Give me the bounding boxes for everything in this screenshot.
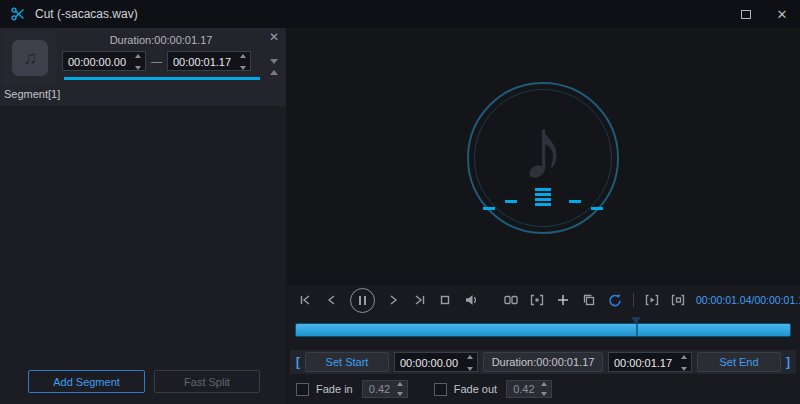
- fade-out-label: Fade out: [454, 383, 497, 395]
- step-back-icon[interactable]: [324, 292, 340, 308]
- playhead-marker[interactable]: [631, 317, 641, 324]
- volume-icon[interactable]: [463, 292, 479, 308]
- fast-split-button[interactable]: Fast Split: [154, 370, 260, 393]
- transport-controls: 00:00:01.04/00:00:01.17: [286, 285, 800, 315]
- spinner: [679, 355, 689, 371]
- segment-move-down-button[interactable]: [270, 64, 278, 82]
- spin-down-icon[interactable]: [397, 392, 403, 396]
- trim-controls: [ Set Start Duration:00:00:01.17 Set End…: [290, 350, 796, 374]
- segment-card: ♫ Duration:00:00:01.17 — Segment[1]: [0, 28, 286, 106]
- fade-controls: Fade in Fade out: [296, 380, 552, 398]
- spin-up-icon[interactable]: [681, 355, 687, 359]
- pause-button[interactable]: [350, 288, 375, 313]
- close-button[interactable]: ✕: [764, 0, 800, 28]
- music-note-icon: ♫: [12, 40, 48, 76]
- close-icon: ✕: [777, 7, 788, 22]
- spin-up-icon[interactable]: [240, 54, 246, 58]
- maximize-icon: [741, 10, 751, 19]
- spinner: [465, 355, 475, 371]
- start-bracket: [: [296, 355, 300, 369]
- end-bracket: ]: [786, 355, 790, 369]
- spin-up-icon[interactable]: [541, 382, 547, 386]
- playback-time: 00:00:01.04/00:00:01.17: [696, 294, 800, 306]
- spin-down-icon[interactable]: [541, 392, 547, 396]
- range-dash: —: [151, 55, 162, 67]
- set-end-button[interactable]: Set End: [697, 352, 781, 372]
- set-start-button[interactable]: Set Start: [305, 352, 389, 372]
- fade-out-checkbox[interactable]: [434, 383, 447, 396]
- fade-in-value-wrap: [362, 380, 408, 398]
- spin-up-icon[interactable]: [467, 355, 473, 359]
- frame-preview-icon[interactable]: [670, 292, 686, 308]
- segment-thumbnail[interactable]: ♫: [3, 31, 57, 85]
- trim-duration-label: Duration:00:00:01.17: [483, 352, 603, 372]
- stop-icon[interactable]: [437, 292, 453, 308]
- window-title: Cut (-sacacas.wav): [35, 7, 138, 21]
- playhead-line: [636, 324, 638, 336]
- segment-time-range: —: [62, 51, 264, 71]
- timeline-slider[interactable]: [295, 323, 791, 337]
- segment-panel: ♫ Duration:00:00:01.17 — Segment[1]: [0, 28, 286, 404]
- add-segment-button[interactable]: Add Segment: [28, 370, 145, 393]
- fade-in-checkbox[interactable]: [296, 383, 309, 396]
- pause-icon: [359, 296, 361, 305]
- spin-up-icon[interactable]: [135, 54, 141, 58]
- spin-down-icon[interactable]: [681, 367, 687, 371]
- segment-duration-label: Duration:00:00:01.17: [62, 34, 260, 46]
- segment-close-icon[interactable]: ✕: [269, 30, 279, 44]
- spin-down-icon[interactable]: [467, 367, 473, 371]
- reset-icon[interactable]: [607, 292, 623, 308]
- segment-end-input-wrap: [167, 51, 251, 71]
- chevron-down-icon: [270, 59, 278, 81]
- skip-to-start-icon[interactable]: [298, 292, 314, 308]
- segment-start-input-wrap: [62, 51, 146, 71]
- spin-down-icon[interactable]: [240, 66, 246, 70]
- select-scene-icon[interactable]: [529, 292, 545, 308]
- segment-label: Segment[1]: [4, 88, 60, 100]
- split-segments-icon[interactable]: [503, 292, 519, 308]
- spin-up-icon[interactable]: [397, 382, 403, 386]
- spin-down-icon[interactable]: [135, 66, 141, 70]
- spinner: [539, 382, 549, 396]
- toolbar-divider: [633, 293, 634, 307]
- music-note-icon: ♪: [521, 105, 565, 193]
- segment-progress-bar: [64, 77, 260, 80]
- spinner: [133, 54, 143, 70]
- scissors-icon: [10, 6, 26, 22]
- spinner: [395, 382, 405, 396]
- title-bar: Cut (-sacacas.wav) ✕: [0, 0, 800, 28]
- maximize-button[interactable]: [728, 0, 764, 28]
- fade-in-label: Fade in: [316, 383, 353, 395]
- fade-out-value-wrap: [506, 380, 552, 398]
- spinner: [238, 54, 248, 70]
- step-forward-icon[interactable]: [385, 292, 401, 308]
- preview-area: ♪: [286, 28, 800, 285]
- trim-start-input-wrap: [394, 352, 478, 372]
- copy-segment-icon[interactable]: [581, 292, 597, 308]
- play-segment-icon[interactable]: [644, 292, 660, 308]
- add-icon[interactable]: [555, 292, 571, 308]
- pause-icon: [364, 296, 366, 305]
- trim-end-input-wrap: [608, 352, 692, 372]
- skip-to-end-icon[interactable]: [411, 292, 427, 308]
- player-panel: ♪: [286, 28, 800, 404]
